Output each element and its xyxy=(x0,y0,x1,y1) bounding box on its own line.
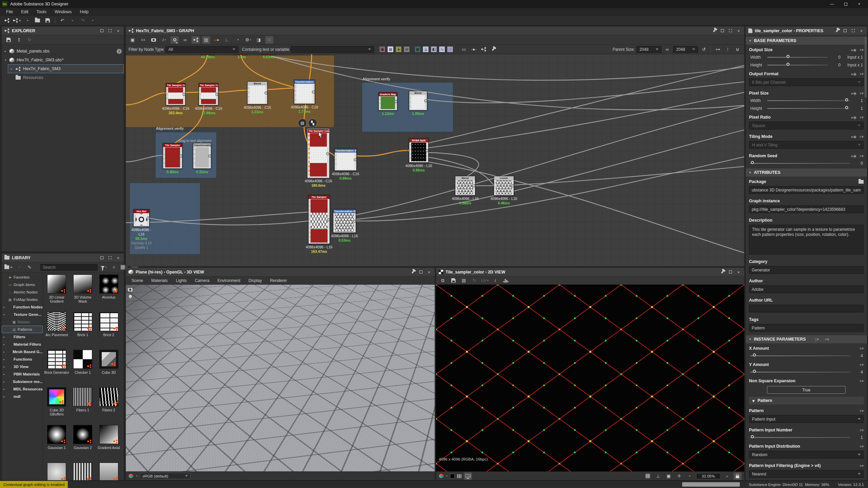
close-button[interactable]: × xyxy=(852,0,866,8)
filter-funnel-icon[interactable]: ▾ xyxy=(100,264,108,271)
param-menu-icon[interactable]: ≡▾ xyxy=(860,48,864,52)
close-panel-icon[interactable]: × xyxy=(736,28,742,34)
library-category[interactable]: ▸ Mesh Based G... xyxy=(2,348,43,355)
section-base-parameters[interactable]: ▾BASE PARAMETERS xyxy=(746,36,867,45)
library-category[interactable]: ▸ 3D View xyxy=(2,363,43,370)
graph-node[interactable]: RGBA Split 4096x4096 - L16 0.85ms xyxy=(409,138,429,163)
graph-node[interactable]: Tile Sampler Color 4096x4096 - C16 17.96… xyxy=(199,83,218,105)
view3d-menu-item[interactable]: Display xyxy=(245,278,265,283)
graph-node[interactable]: Transformation 2D 4096x4096 - C16 0.89ms xyxy=(334,148,357,171)
snap-grid-icon[interactable]: ∷ xyxy=(265,36,273,44)
param-menu-icon[interactable]: ≡▾ xyxy=(860,409,864,413)
node-type-image-button[interactable]: ▣ xyxy=(379,46,386,53)
node-creation-icon[interactable] xyxy=(192,36,200,44)
menu-item[interactable]: Edit xyxy=(17,8,33,16)
library-asset[interactable]: Arc Pavement xyxy=(44,312,70,350)
tree-item-package[interactable]: ▸ Metal_panels.sbs i xyxy=(2,47,124,56)
add-resource-button[interactable]: ◔ xyxy=(15,264,23,271)
library-asset[interactable]: 3D Volume Mask xyxy=(70,274,96,312)
connect-inputs-icon[interactable]: ⊶ xyxy=(714,46,722,53)
package-field[interactable] xyxy=(749,186,864,194)
view3d-menu-item[interactable]: Lights xyxy=(172,278,191,283)
close-panel-icon[interactable]: × xyxy=(115,28,121,34)
library-category[interactable]: ▸ Filters xyxy=(2,333,43,341)
pin-panel-icon[interactable] xyxy=(834,28,840,34)
export-image-icon[interactable]: ▤ xyxy=(460,277,468,284)
param-menu-icon[interactable]: ≡▾ xyxy=(860,346,864,351)
library-asset[interactable]: Fibers 2 xyxy=(96,387,122,425)
favorites-filter-icon[interactable]: ★ xyxy=(110,264,118,271)
fit-view-icon[interactable]: ▣ xyxy=(665,472,673,480)
pixel-height-slider[interactable] xyxy=(767,106,850,111)
library-category[interactable]: ▸ MDL Resources xyxy=(2,385,43,393)
close-panel-icon[interactable]: × xyxy=(859,28,864,34)
copy-image-icon[interactable]: ⧉ xyxy=(439,277,447,284)
pan-icon[interactable]: ✛ xyxy=(675,472,683,480)
thumbnails-icon[interactable]: ◨ xyxy=(255,36,263,44)
transform-gizmo-icon[interactable]: ↻ xyxy=(470,277,478,284)
zoom-in-button[interactable]: ＋ xyxy=(723,472,731,480)
node-type-noise-button[interactable]: ▩ xyxy=(414,46,421,53)
param-menu-icon[interactable]: ≡▾ xyxy=(860,428,864,432)
colorspace-dropdown[interactable]: sRGB (default) xyxy=(140,473,191,479)
ruler-icon[interactable]: ⊥ xyxy=(654,472,662,480)
menu-item[interactable]: Tools xyxy=(33,8,51,16)
param-menu-icon[interactable]: ≡▾ xyxy=(825,337,829,342)
camera-icon[interactable] xyxy=(128,288,133,291)
pattern-dropdown[interactable]: Pattern Input xyxy=(749,415,864,423)
close-panel-icon[interactable]: × xyxy=(736,269,742,275)
info-icon[interactable]: i xyxy=(117,49,122,54)
uv-mode-dropdown[interactable]: UV▾ xyxy=(481,277,489,284)
preset-icon[interactable]: ▸◉ xyxy=(851,48,856,52)
float-panel-icon[interactable] xyxy=(842,28,848,34)
library-category[interactable]: ▸ Functions xyxy=(2,355,43,363)
library-category[interactable]: ▩ Noises xyxy=(2,318,43,326)
close-panel-icon[interactable]: × xyxy=(115,255,121,261)
graph-node[interactable]: Transformation 2D 4096x4096 - C16 1.77ms xyxy=(294,80,315,104)
pin-panel-icon[interactable] xyxy=(410,269,416,275)
menu-item[interactable]: File xyxy=(2,8,17,16)
color-layers-icon[interactable] xyxy=(439,474,444,479)
library-category[interactable]: ▤ Patterns xyxy=(2,326,43,333)
preset-icon[interactable]: ▸◉ xyxy=(851,91,856,96)
search-icon[interactable] xyxy=(171,36,179,44)
output-height-slider[interactable] xyxy=(767,62,828,67)
library-asset[interactable]: Brick 2 xyxy=(96,312,122,350)
link-creation-icon[interactable]: ∞ xyxy=(181,36,189,44)
lock-zoom-icon[interactable] xyxy=(733,472,742,480)
undo-history-dropdown[interactable]: ▾ xyxy=(68,17,77,24)
node-type-pattern-button[interactable]: ◬ xyxy=(422,46,429,53)
maximize-panel-icon[interactable] xyxy=(107,255,113,261)
float-panel-icon[interactable] xyxy=(719,28,725,34)
portal-node-icon[interactable] xyxy=(479,46,488,53)
library-asset[interactable]: Brick Generator xyxy=(44,350,70,387)
param-menu-icon[interactable]: ≡▾ xyxy=(860,115,864,120)
view3d-menu-item[interactable]: Camera xyxy=(191,278,213,283)
library-category[interactable]: ∴ Atomic Nodes xyxy=(2,288,43,296)
add-library-folder-button[interactable]: + xyxy=(4,264,13,271)
library-category[interactable]: ▦ FxMap Nodes xyxy=(2,296,43,303)
section-instance-parameters[interactable]: ▾INSTANCE PARAMETERS▯▾≡▾ xyxy=(746,335,867,343)
library-asset[interactable]: Gradient Axial xyxy=(96,425,122,463)
library-category[interactable]: ▸ mdl xyxy=(2,393,43,400)
zoom-level-field[interactable]: 32.05% xyxy=(696,473,721,479)
display-rgb-icon[interactable] xyxy=(464,472,472,480)
channels-icon[interactable] xyxy=(457,474,461,478)
light-icon[interactable] xyxy=(129,295,132,298)
library-category[interactable]: ▸ PBR Materials xyxy=(2,370,43,378)
open-file-button[interactable] xyxy=(34,17,42,24)
new-resource-button[interactable]: ◔ xyxy=(23,17,32,24)
tiling-grid-icon[interactable] xyxy=(644,472,652,480)
node-type-misc-button[interactable]: ▫ xyxy=(447,46,453,53)
pin-node-icon[interactable] xyxy=(489,46,497,53)
param-menu-icon[interactable]: ≡▾ xyxy=(860,464,864,468)
save-package-button[interactable] xyxy=(4,36,13,44)
preset-icon[interactable]: ▸◉ xyxy=(851,154,856,158)
tree-item-resources[interactable]: Resources xyxy=(8,73,124,82)
browse-folder-icon[interactable] xyxy=(859,180,864,184)
align-nodes-icon[interactable]: ⁞ xyxy=(724,46,732,53)
view3d-viewport[interactable] xyxy=(126,285,435,471)
graph-node[interactable]: Gradient Map 1.12ms xyxy=(378,92,397,110)
maximize-panel-icon[interactable] xyxy=(728,28,733,34)
node-type-shuffle-button[interactable]: ⇄ xyxy=(403,46,410,53)
